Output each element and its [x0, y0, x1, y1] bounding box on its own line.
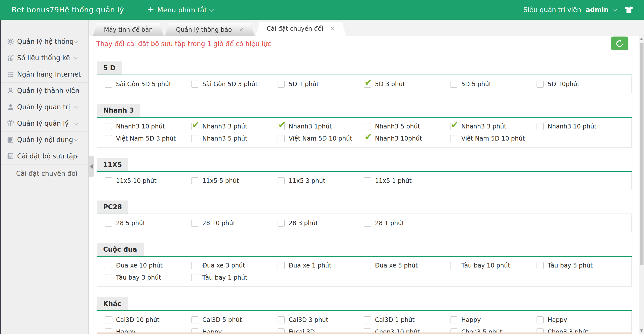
- checkbox-checked[interactable]: ✔: [191, 123, 198, 130]
- sidebar-item[interactable]: Ngân hàng Internet: [0, 66, 88, 83]
- game-option[interactable]: 11x5 1 phút: [356, 175, 442, 187]
- sidebar-item[interactable]: Số liệu thống kê: [0, 50, 88, 66]
- game-option[interactable]: 5D 10phút: [528, 78, 615, 90]
- game-option[interactable]: Happy: [442, 314, 528, 326]
- checkbox-unchecked[interactable]: [105, 262, 112, 269]
- checkbox-unchecked[interactable]: [278, 135, 285, 142]
- game-option[interactable]: 5D 1 phút: [270, 78, 356, 90]
- checkbox-unchecked[interactable]: [278, 262, 285, 269]
- game-option[interactable]: ✔Nhanh3 1phút: [270, 120, 356, 132]
- checkbox-checked[interactable]: ✔: [364, 135, 371, 142]
- checkbox-unchecked[interactable]: [278, 81, 285, 88]
- game-option[interactable]: Cai3D 5 phút: [183, 314, 270, 326]
- checkbox-unchecked[interactable]: [278, 177, 285, 184]
- scroll-down-button[interactable]: [640, 329, 643, 332]
- game-option[interactable]: 28 1 phút: [356, 217, 442, 229]
- checkbox-unchecked[interactable]: [105, 81, 112, 88]
- game-option[interactable]: Nhanh3 5 phút: [356, 120, 442, 132]
- game-option[interactable]: Đua xe 10 phút: [97, 259, 183, 272]
- game-option[interactable]: Việt Nam 5D 3 phút: [97, 132, 183, 145]
- sidebar-subitem-conversion-settings[interactable]: Cài đặt chuyển đổi: [0, 164, 88, 183]
- game-option[interactable]: ✔5D 3 phút: [356, 78, 442, 90]
- tab[interactable]: Quản lý thông báo✕: [165, 23, 255, 36]
- game-option[interactable]: Tàu bay 5 phút: [528, 259, 615, 272]
- checkbox-unchecked[interactable]: [105, 274, 112, 281]
- shortcut-menu-button[interactable]: + Menu phím tắt: [147, 6, 213, 14]
- checkbox-unchecked[interactable]: [364, 262, 371, 269]
- checkbox-checked[interactable]: ✔: [278, 123, 285, 130]
- game-option[interactable]: 28 3 phút: [270, 217, 356, 229]
- checkbox-unchecked[interactable]: [278, 220, 285, 227]
- sidebar-item[interactable]: Quản lý thành viên: [0, 83, 88, 99]
- scrollbar-thumb[interactable]: [640, 43, 643, 265]
- checkbox-unchecked[interactable]: [450, 135, 457, 142]
- game-option[interactable]: Sài Gòn 5D 3 phút: [183, 78, 270, 90]
- checkbox-unchecked[interactable]: [537, 81, 544, 88]
- game-option[interactable]: Happy: [528, 314, 615, 326]
- close-icon[interactable]: ✕: [239, 27, 243, 33]
- checkbox-unchecked[interactable]: [105, 316, 112, 323]
- game-option[interactable]: Tàu bay 10 phút: [442, 259, 528, 272]
- close-icon[interactable]: ✕: [330, 26, 335, 32]
- sidebar-item[interactable]: Quản lý nội dung: [0, 132, 88, 148]
- checkbox-unchecked[interactable]: [364, 316, 371, 323]
- game-option[interactable]: 11x5 5 phút: [183, 175, 270, 187]
- sidebar-item[interactable]: Quản lý hệ thống: [0, 34, 88, 50]
- scroll-up-button[interactable]: [640, 38, 643, 40]
- checkbox-unchecked[interactable]: [191, 81, 198, 88]
- checkbox-unchecked[interactable]: [364, 123, 371, 130]
- game-option[interactable]: Việt Nam 5D 10 phút: [270, 132, 356, 145]
- checkbox-unchecked[interactable]: [537, 262, 544, 269]
- checkbox-unchecked[interactable]: [537, 123, 544, 130]
- game-option[interactable]: ✔Nhanh3 3 phút: [442, 120, 528, 132]
- checkbox-checked[interactable]: ✔: [364, 81, 371, 88]
- game-option[interactable]: Nhanh3 5 phút: [183, 132, 270, 145]
- game-option[interactable]: 28 10 phút: [183, 217, 270, 229]
- game-option[interactable]: Tàu bay 1 phút: [183, 272, 270, 284]
- game-option[interactable]: Cai3D 1 phút: [356, 314, 442, 326]
- checkbox-unchecked[interactable]: [450, 262, 457, 269]
- checkbox-unchecked[interactable]: [450, 81, 457, 88]
- game-option[interactable]: Nhanh3 10 phút: [528, 120, 615, 132]
- game-option[interactable]: Nhanh3 10 phút: [97, 120, 183, 132]
- checkbox-unchecked[interactable]: [364, 177, 371, 184]
- game-option[interactable]: Cai3D 10 phút: [97, 314, 183, 326]
- tab[interactable]: Cài đặt chuyển đổi✕: [256, 22, 346, 36]
- sidebar-item[interactable]: Quản lý quản lý: [0, 115, 88, 132]
- game-option[interactable]: Tàu bay 3 phút: [97, 272, 183, 284]
- game-option[interactable]: Đua xe 5 phút: [356, 259, 442, 272]
- theme-shirt-icon[interactable]: [624, 6, 633, 14]
- checkbox-unchecked[interactable]: [105, 177, 112, 184]
- game-option[interactable]: 28 5 phút: [97, 217, 183, 229]
- checkbox-unchecked[interactable]: [191, 262, 198, 269]
- sidebar-item[interactable]: Quản lý quản trị: [0, 99, 88, 115]
- checkbox-checked[interactable]: ✔: [450, 123, 457, 130]
- checkbox-unchecked[interactable]: [191, 274, 198, 281]
- tab[interactable]: Máy tính để bàn: [93, 23, 164, 36]
- game-option[interactable]: 5D 5 phút: [442, 78, 528, 90]
- game-option[interactable]: Đua xe 3 phút: [183, 259, 270, 272]
- game-option[interactable]: 11x5 10 phút: [97, 175, 183, 187]
- checkbox-unchecked[interactable]: [364, 220, 371, 227]
- checkbox-unchecked[interactable]: [105, 220, 112, 227]
- checkbox-unchecked[interactable]: [537, 316, 544, 323]
- game-option[interactable]: Cai3D 3 phút: [270, 314, 356, 326]
- checkbox-unchecked[interactable]: [191, 135, 198, 142]
- checkbox-unchecked[interactable]: [105, 135, 112, 142]
- checkbox-unchecked[interactable]: [191, 316, 198, 323]
- checkbox-unchecked[interactable]: [191, 177, 198, 184]
- game-option[interactable]: ✔Nhanh3 3 phút: [183, 120, 270, 132]
- game-option[interactable]: ✔Nhanh3 10phút: [356, 132, 442, 145]
- game-option[interactable]: 11x5 3 phút: [270, 175, 356, 187]
- username-dropdown[interactable]: admin: [586, 6, 609, 14]
- checkbox-unchecked[interactable]: [191, 220, 198, 227]
- sidebar-collapse-handle[interactable]: [89, 156, 94, 177]
- checkbox-unchecked[interactable]: [278, 316, 285, 323]
- refresh-button[interactable]: [611, 37, 628, 50]
- game-option[interactable]: Đua xe 1 phút: [270, 259, 356, 272]
- checkbox-unchecked[interactable]: [105, 123, 112, 130]
- game-option[interactable]: Việt Nam 5D 10 phút: [442, 132, 528, 145]
- game-option[interactable]: Sài Gòn 5D 5 phút: [97, 78, 183, 90]
- checkbox-unchecked[interactable]: [450, 316, 457, 323]
- sidebar-item[interactable]: Cài đặt bộ sưu tập: [0, 148, 88, 164]
